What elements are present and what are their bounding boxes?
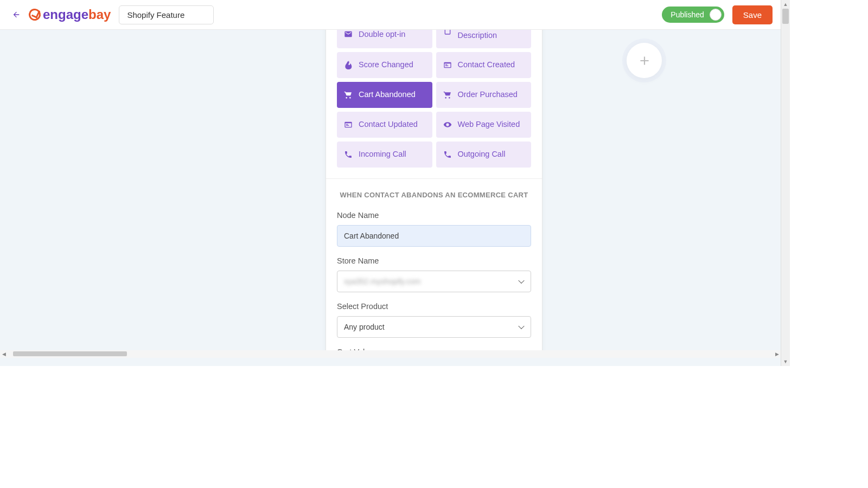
event-label: Cart Abandoned xyxy=(359,90,426,99)
event-label: Web Page Visited xyxy=(458,120,525,129)
eye-icon xyxy=(443,120,452,129)
phone-icon xyxy=(343,150,353,159)
event-contact-created[interactable]: Contact Created xyxy=(436,52,532,78)
scroll-right-icon[interactable]: ▶ xyxy=(773,350,781,358)
store-name-label: Store Name xyxy=(337,256,531,265)
cart-icon xyxy=(343,91,353,99)
logo-text-bay: bay xyxy=(88,7,111,22)
event-outgoing-call[interactable]: Outgoing Call xyxy=(436,142,532,168)
scroll-thumb[interactable] xyxy=(13,351,127,356)
cart-icon xyxy=(443,91,452,99)
event-double-opt-in[interactable]: Double opt-in xyxy=(337,30,432,48)
event-label: Contact Updated xyxy=(359,120,426,129)
select-product-select[interactable]: Any product xyxy=(337,316,531,338)
event-config-form: WHEN CONTACT ABANDONS AN ECOMMERCE CART … xyxy=(326,178,542,358)
logo: engagebay xyxy=(29,7,111,22)
plus-icon xyxy=(637,54,652,68)
event-label: Incoming Call xyxy=(359,150,426,159)
scroll-up-icon[interactable]: ▲ xyxy=(781,0,790,9)
logo-text-engage: engage xyxy=(43,7,88,22)
event-has-note[interactable]: Has Note Description xyxy=(436,30,532,48)
logo-mark-icon xyxy=(28,8,42,22)
event-label: Double opt-in xyxy=(359,30,426,39)
published-label: Published xyxy=(671,10,704,19)
event-score-changed[interactable]: Score Changed xyxy=(337,52,432,78)
event-web-page-visited[interactable]: Web Page Visited xyxy=(436,112,532,138)
event-contact-updated[interactable]: Contact Updated xyxy=(337,112,432,138)
event-cart-abandoned[interactable]: Cart Abandoned xyxy=(337,82,432,108)
vertical-scrollbar[interactable]: ▲ ▼ xyxy=(781,0,790,366)
envelope-icon xyxy=(343,30,353,38)
file-icon xyxy=(443,30,452,35)
toggle-knob xyxy=(710,9,722,21)
feature-title-input[interactable]: Shopify Feature xyxy=(119,5,214,24)
node-name-label: Node Name xyxy=(337,211,531,220)
back-button[interactable] xyxy=(8,7,24,23)
phone-icon xyxy=(443,150,452,159)
event-label: Has Note Description xyxy=(458,30,525,41)
card-icon xyxy=(343,120,353,129)
event-order-purchased[interactable]: Order Purchased xyxy=(436,82,532,108)
published-toggle[interactable]: Published xyxy=(662,7,724,23)
scroll-thumb[interactable] xyxy=(782,9,789,24)
scroll-track[interactable] xyxy=(8,350,773,358)
scroll-down-icon[interactable]: ▼ xyxy=(781,357,790,366)
save-button[interactable]: Save xyxy=(732,5,773,24)
node-name-input[interactable] xyxy=(337,225,531,247)
select-product-label: Select Product xyxy=(337,302,531,311)
header-bar: engagebay Shopify Feature Published Save xyxy=(0,0,781,30)
config-title: WHEN CONTACT ABANDONS AN ECOMMERCE CART xyxy=(337,191,531,199)
horizontal-scrollbar[interactable]: ◀ ▶ xyxy=(0,350,781,358)
add-node-button[interactable] xyxy=(627,43,662,78)
arrow-left-icon xyxy=(12,10,21,19)
card-icon xyxy=(443,61,452,69)
event-label: Order Purchased xyxy=(458,90,525,99)
event-grid: Double opt-in Has Note Description Score… xyxy=(326,30,542,178)
fire-icon xyxy=(343,61,353,69)
store-name-select[interactable]: xya352.myshopify.com xyxy=(337,271,531,292)
event-config-panel: Double opt-in Has Note Description Score… xyxy=(326,30,542,358)
event-label: Contact Created xyxy=(458,60,525,69)
event-incoming-call[interactable]: Incoming Call xyxy=(337,142,432,168)
automation-canvas[interactable]: Double opt-in Has Note Description Score… xyxy=(0,30,781,358)
event-label: Score Changed xyxy=(359,60,426,69)
event-label: Outgoing Call xyxy=(458,150,525,159)
scroll-left-icon[interactable]: ◀ xyxy=(0,350,8,358)
